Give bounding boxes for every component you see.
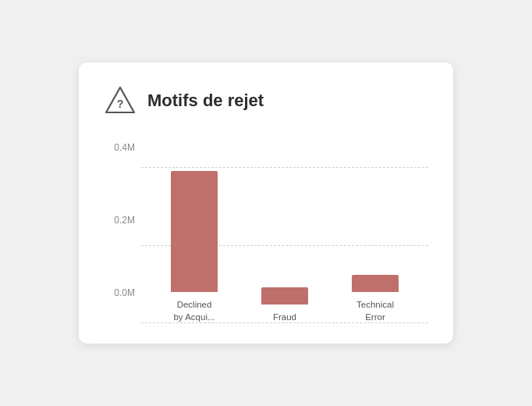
y-axis-label: 0.0M	[104, 287, 135, 298]
bar-group-fraud: Fraud	[261, 287, 308, 323]
bar-label-declined: Declinedby Acqui...	[173, 298, 215, 323]
bar-technical-error	[352, 275, 399, 292]
rejection-reasons-card: ? Motifs de rejet 0.4M0.2M0.0M Declinedb…	[79, 62, 453, 344]
card-header: ? Motifs de rejet	[104, 84, 428, 117]
bar-declined	[171, 171, 218, 292]
chart-area: 0.4M0.2M0.0M Declinedby Acqui...FraudTec…	[104, 136, 428, 323]
y-axis-label: 0.4M	[104, 142, 135, 153]
y-axis: 0.4M0.2M0.0M	[104, 142, 135, 298]
bars-container: Declinedby Acqui...FraudTechnicalError	[141, 167, 428, 323]
bar-label-technical-error: TechnicalError	[356, 298, 394, 323]
y-axis-label: 0.2M	[104, 215, 135, 226]
bar-label-fraud: Fraud	[273, 311, 296, 323]
svg-text:?: ?	[117, 98, 124, 110]
bar-fraud	[261, 287, 308, 304]
chart-inner: Declinedby Acqui...FraudTechnicalError	[141, 167, 428, 323]
bar-group-technical-error: TechnicalError	[352, 275, 399, 323]
card-title: Motifs de rejet	[147, 91, 264, 111]
bar-group-declined: Declinedby Acqui...	[171, 171, 218, 323]
question-triangle-icon: ?	[104, 84, 137, 117]
